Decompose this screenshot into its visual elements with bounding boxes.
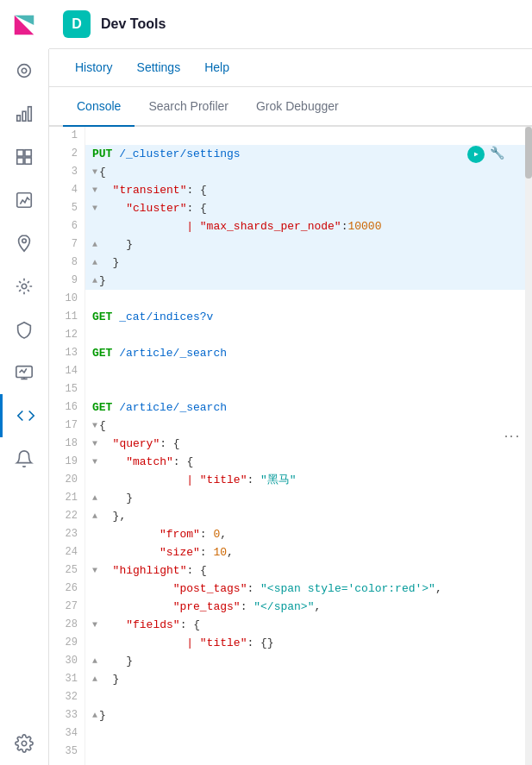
svg-rect-5 xyxy=(17,150,23,156)
ln-9: 9 xyxy=(49,272,78,290)
code-line-29: | "title": {} xyxy=(85,634,525,652)
code-line-13: GET /article/_search xyxy=(85,344,525,362)
ln-29: 29 xyxy=(49,634,78,652)
code-line-34 xyxy=(85,724,525,743)
maps-icon xyxy=(15,234,34,253)
ln-33: 33 xyxy=(49,706,78,724)
ln-20: 20 xyxy=(49,471,78,489)
svg-rect-6 xyxy=(25,150,31,156)
ln-1: 1 xyxy=(49,127,78,145)
line-numbers: 1 2 3 4 5 6 7 8 9 10 11 12 13 14 15 16 1… xyxy=(49,127,85,765)
sidebar-item-dashboard[interactable] xyxy=(0,135,49,179)
main-panel: D Dev Tools History Settings Help Consol… xyxy=(49,0,532,765)
code-line-27: "pre_tags": "</span>", xyxy=(85,598,525,616)
scrollbar-track[interactable] xyxy=(525,127,532,765)
svg-point-11 xyxy=(22,284,27,289)
sidebar-nav xyxy=(0,49,48,722)
svg-rect-2 xyxy=(17,116,21,121)
ln-19: 19 xyxy=(49,453,78,471)
tab-grok-debugger[interactable]: Grok Debugger xyxy=(242,87,353,127)
ln-12: 12 xyxy=(49,326,78,344)
nav-tab-help[interactable]: Help xyxy=(192,49,241,87)
sidebar-item-alerts[interactable] xyxy=(0,437,49,480)
discover-icon xyxy=(15,61,34,80)
code-line-35 xyxy=(85,743,525,761)
fold-31[interactable]: ▲ xyxy=(92,670,97,688)
editor-area[interactable]: 1 2 3 4 5 6 7 8 9 10 11 12 13 14 15 16 1… xyxy=(49,127,532,765)
ln-27: 27 xyxy=(49,598,78,616)
ln-30: 30 xyxy=(49,652,78,670)
code-line-11: GET _cat/indices?v xyxy=(85,308,525,326)
sidebar-item-discover[interactable] xyxy=(0,49,49,92)
ln-14: 14 xyxy=(49,362,78,380)
alerts-icon xyxy=(15,449,34,468)
app-title: Dev Tools xyxy=(101,16,166,32)
ln-7: 7 xyxy=(49,235,78,254)
fold-18[interactable]: ▼ xyxy=(92,435,97,453)
wrench-button[interactable]: 🔧 xyxy=(490,145,504,163)
ln-13: 13 xyxy=(49,344,78,362)
ln-24: 24 xyxy=(49,543,78,561)
ln-22: 22 xyxy=(49,507,78,525)
siem-icon xyxy=(15,320,34,339)
code-line-17: ▼ { xyxy=(85,417,525,435)
ln-32: 32 xyxy=(49,688,78,706)
nav-tab-settings[interactable]: Settings xyxy=(125,49,193,87)
fold-4[interactable]: ▼ xyxy=(92,181,97,199)
path-cluster-settings: /_cluster/settings xyxy=(112,145,240,163)
code-content[interactable]: PUT /_cluster/settings 🔧 ▼ { ▼ "transien… xyxy=(85,127,525,765)
code-line-15 xyxy=(85,380,525,398)
sidebar-item-canvas[interactable] xyxy=(0,179,49,222)
code-line-1 xyxy=(85,127,525,145)
sidebar-item-maps[interactable] xyxy=(0,222,49,265)
fold-3[interactable]: ▼ xyxy=(92,163,97,181)
code-line-9: ▲ } xyxy=(85,272,525,290)
sidebar-item-siem[interactable] xyxy=(0,308,49,351)
kibana-logo[interactable] xyxy=(0,0,49,49)
sidebar xyxy=(0,0,49,765)
ln-21: 21 xyxy=(49,489,78,507)
topbar: D Dev Tools xyxy=(49,0,532,49)
app-icon: D xyxy=(63,10,91,38)
code-line-7: ▲ } xyxy=(85,235,525,254)
code-line-24: "size": 10, xyxy=(85,543,525,561)
ln-15: 15 xyxy=(49,380,78,398)
code-line-21: ▲ } xyxy=(85,489,525,507)
svg-point-13 xyxy=(22,741,27,746)
tab-console[interactable]: Console xyxy=(63,87,135,127)
fold-21[interactable]: ▲ xyxy=(92,489,97,507)
sidebar-item-visualize[interactable] xyxy=(0,92,49,135)
svg-point-0 xyxy=(18,65,31,78)
code-line-16: GET /article/_search xyxy=(85,398,525,417)
context-menu-button[interactable]: ⋮ xyxy=(503,429,522,446)
tab-search-profiler[interactable]: Search Profiler xyxy=(135,87,242,127)
svg-rect-4 xyxy=(28,107,32,122)
sidebar-item-monitoring[interactable] xyxy=(0,351,49,394)
sidebar-item-devtools[interactable] xyxy=(0,394,49,437)
ln-35: 35 xyxy=(49,743,78,761)
fold-30[interactable]: ▲ xyxy=(92,652,97,670)
dashboard-icon xyxy=(15,147,34,166)
nav-tab-history[interactable]: History xyxy=(63,49,125,87)
devtools-icon xyxy=(16,406,35,425)
fold-9[interactable]: ▲ xyxy=(92,272,97,290)
fold-17[interactable]: ▼ xyxy=(92,417,97,435)
svg-point-10 xyxy=(22,239,27,243)
ln-8: 8 xyxy=(49,254,78,272)
nav-tabs-row: History Settings Help xyxy=(49,49,532,87)
fold-8[interactable]: ▲ xyxy=(92,254,97,272)
ln-31: 31 xyxy=(49,670,78,688)
ln-2: 2 xyxy=(49,145,78,163)
fold-33[interactable]: ▲ xyxy=(92,706,97,724)
sidebar-item-settings[interactable] xyxy=(0,722,49,765)
run-button[interactable] xyxy=(467,146,485,163)
scrollbar-thumb[interactable] xyxy=(525,127,532,179)
method-put: PUT xyxy=(92,145,112,163)
line-actions: 🔧 xyxy=(467,145,504,163)
content-tabs-row: Console Search Profiler Grok Debugger xyxy=(49,87,532,127)
fold-7[interactable]: ▲ xyxy=(92,235,97,254)
svg-rect-8 xyxy=(25,158,31,164)
canvas-icon xyxy=(15,191,34,210)
code-line-8: ▲ } xyxy=(85,254,525,272)
sidebar-item-ml[interactable] xyxy=(0,265,49,308)
